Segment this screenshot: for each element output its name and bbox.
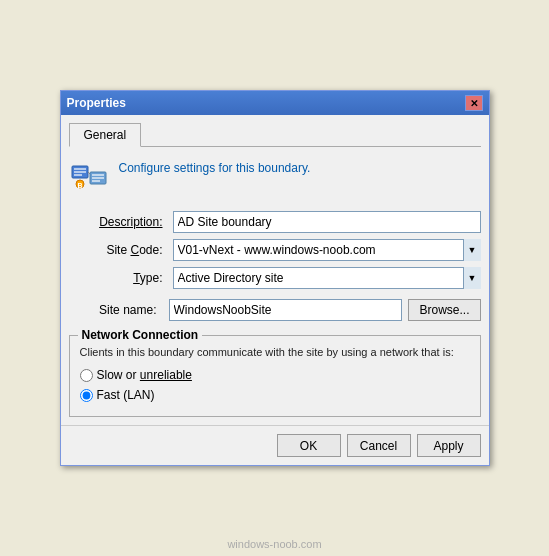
site-name-label: Site name: <box>69 303 163 317</box>
svg-rect-2 <box>74 171 86 173</box>
apply-button[interactable]: Apply <box>417 434 481 457</box>
network-connection-box: Network Connection Clients in this bound… <box>69 335 481 417</box>
description-input[interactable] <box>173 211 481 233</box>
browse-button[interactable]: Browse... <box>408 299 480 321</box>
network-description: Clients in this boundary communicate wit… <box>80 346 470 358</box>
title-bar-controls: ✕ <box>465 95 483 111</box>
type-wrapper: Active Directory site ▼ <box>173 267 481 289</box>
fast-radio-row: Fast (LAN) <box>80 388 470 402</box>
description-label: Description: <box>69 215 169 229</box>
svg-text:B: B <box>77 182 82 189</box>
tab-bar: General <box>69 123 481 147</box>
bottom-bar: OK Cancel Apply <box>61 425 489 465</box>
fast-label: Fast (LAN) <box>97 388 155 402</box>
type-label: Type: <box>69 271 169 285</box>
title-bar: Properties ✕ <box>61 91 489 115</box>
close-button[interactable]: ✕ <box>465 95 483 111</box>
svg-rect-3 <box>74 174 82 176</box>
network-group-label: Network Connection <box>78 328 203 342</box>
slow-radio[interactable] <box>80 369 93 382</box>
info-text: Configure settings for this boundary. <box>119 157 311 175</box>
site-code-label: Site Code: <box>69 243 169 257</box>
type-select[interactable]: Active Directory site <box>173 267 481 289</box>
slow-label: Slow or unreliable <box>97 368 192 382</box>
window-title: Properties <box>67 96 126 110</box>
boundary-icon: B <box>69 157 109 197</box>
tab-general[interactable]: General <box>69 123 142 147</box>
form-grid: Description: Site Code: V01-vNext - www.… <box>69 211 481 289</box>
svg-rect-1 <box>74 168 86 170</box>
svg-rect-6 <box>92 177 104 179</box>
ok-button[interactable]: OK <box>277 434 341 457</box>
dialog-content: General <box>61 115 489 425</box>
fast-radio[interactable] <box>80 389 93 402</box>
properties-dialog: Properties ✕ General <box>60 90 490 466</box>
svg-rect-5 <box>92 174 104 176</box>
site-name-row: Site name: Browse... <box>69 299 481 321</box>
site-name-input[interactable] <box>169 299 403 321</box>
slow-radio-row: Slow or unreliable <box>80 368 470 382</box>
site-code-wrapper: V01-vNext - www.windows-noob.com ▼ <box>173 239 481 261</box>
cancel-button[interactable]: Cancel <box>347 434 411 457</box>
watermark: windows-noob.com <box>227 538 321 550</box>
info-section: B Configure settings for this boundary. <box>69 157 481 197</box>
svg-rect-7 <box>92 180 100 182</box>
site-code-select[interactable]: V01-vNext - www.windows-noob.com <box>173 239 481 261</box>
